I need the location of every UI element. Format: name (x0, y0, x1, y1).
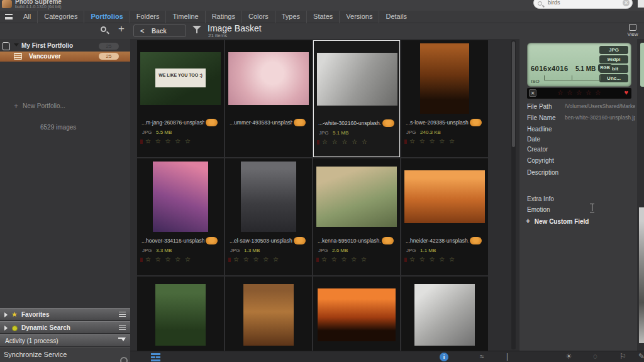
flag-icon[interactable]: ⚐ (619, 352, 626, 361)
tab-all[interactable]: All (17, 11, 37, 23)
field-emotion[interactable]: Emotion (527, 206, 550, 213)
expand-arrow-icon[interactable] (4, 326, 8, 331)
tab-portfolios[interactable]: Portfolios (84, 11, 129, 23)
thumbnail-image[interactable] (241, 162, 296, 232)
star-rating[interactable]: ☆ ☆ ☆ ☆ ☆ (557, 89, 602, 97)
sidebar-section-sync[interactable]: Synchronize Service (0, 348, 130, 362)
info-icon[interactable]: i (440, 353, 448, 361)
star-rating[interactable]: ☆ ☆ ☆ ☆ ☆ (225, 256, 312, 265)
status-badge-icon[interactable] (294, 119, 306, 126)
section-menu-icon[interactable] (119, 312, 126, 317)
count-badge: 25 (99, 53, 119, 60)
thumbnail-image[interactable] (316, 167, 397, 227)
star-rating[interactable]: ☆ ☆ ☆ ☆ ☆ (137, 138, 224, 146)
scrollbar-thumb[interactable] (512, 41, 515, 147)
thumbnail-image[interactable] (414, 284, 475, 346)
status-badge-icon[interactable] (294, 237, 306, 244)
thumbnail-image[interactable] (404, 170, 485, 223)
tab-versions[interactable]: Versions (339, 11, 379, 23)
add-portfolio-icon[interactable]: + (118, 23, 125, 35)
star-rating[interactable]: ☆ ☆ ☆ ☆ ☆ (401, 138, 488, 146)
pencil-icon[interactable]: ✎ (638, 352, 644, 361)
activity-download-icon[interactable] (118, 337, 125, 344)
tab-categories[interactable]: Categories (37, 11, 84, 23)
star-rating[interactable]: ☆ ☆ ☆ ☆ ☆ (401, 256, 488, 265)
tab-timeline[interactable]: Timeline (165, 11, 204, 23)
field-file-path[interactable]: File Path /Volumes/UsersShared/Marketing… (527, 103, 637, 113)
star-rating[interactable]: ☆ ☆ ☆ ☆ ☆ (137, 256, 224, 265)
new-custom-field-button[interactable]: + New Custom Field (526, 217, 589, 226)
grid-cell[interactable]: ...s-lowe-209385-unsplash.j... JPG 240.3… (401, 40, 488, 157)
sign-text: WE LIKE YOU TOO :) (155, 69, 206, 87)
favorite-heart-icon[interactable]: ♥ (624, 89, 628, 96)
new-portfolio-button[interactable]: + New Portfolio... (23, 102, 65, 109)
tab-ratings[interactable]: Ratings (205, 11, 242, 23)
status-badge-icon[interactable] (470, 237, 482, 244)
thumbnail-image[interactable] (153, 162, 208, 232)
filter-icon[interactable] (192, 26, 201, 34)
thumbnail-image[interactable] (155, 284, 206, 346)
field-date[interactable]: Date (527, 136, 637, 146)
grid-cell[interactable]: ...hoover-334116-unsplash.... JPG 3.3 MB… (137, 158, 224, 275)
grid-cell[interactable]: ...kenna-595010-unsplash.jpg JPG 2.6 MB … (313, 158, 400, 275)
expander-icon[interactable] (14, 43, 19, 47)
file-format: JPG (406, 248, 416, 253)
grid-cell[interactable]: WE LIKE YOU TOO :) ...m-jang-260876-unsp… (137, 40, 224, 157)
view-button[interactable]: View (625, 24, 641, 39)
filename-label: ...-white-302160-unsplash.jpg (318, 120, 381, 126)
close-icon[interactable]: ✕ (529, 89, 536, 97)
status-badge-icon[interactable] (206, 119, 218, 126)
global-search-input[interactable]: birds ✕ (533, 0, 633, 9)
back-button[interactable]: < Back (133, 25, 186, 37)
portfolio-root-item[interactable]: My First Portfolio 25 (0, 41, 130, 52)
tab-types[interactable]: Types (275, 11, 306, 23)
tab-folders[interactable]: Folders (130, 11, 166, 23)
search-adjacent-button[interactable] (638, 0, 644, 8)
vertical-scrollbar[interactable] (511, 40, 516, 349)
sidebar-section-dynamic-search[interactable]: Dynamic Search (0, 321, 130, 334)
tab-colors[interactable]: Colors (242, 11, 275, 23)
status-badge-icon[interactable] (382, 119, 394, 127)
clear-search-icon[interactable]: ✕ (623, 0, 630, 6)
grid-view-icon[interactable] (151, 353, 160, 361)
grid-cell[interactable]: ...el-saw-130503-unsplash.... JPG 1.3 MB… (225, 158, 312, 275)
grid-cell[interactable]: ...aman-286866-unsplash... (313, 277, 400, 351)
thumbnail-image[interactable]: WE LIKE YOU TOO :) (140, 52, 221, 105)
thumbnail-image[interactable] (420, 43, 469, 114)
field-copyright[interactable]: Copyright (527, 157, 637, 167)
status-badge-icon[interactable] (206, 237, 218, 244)
tab-details[interactable]: Details (379, 11, 413, 23)
file-size: 2.6 MB (332, 248, 348, 253)
grid-cell[interactable]: ...auren-587051-unsplash.j... (137, 277, 224, 351)
star-rating[interactable]: ☆ ☆ ☆ ☆ ☆ (314, 138, 401, 147)
thumbnail-image[interactable] (228, 52, 309, 105)
status-badge-icon[interactable] (382, 237, 394, 244)
effects-icon[interactable]: ☀ (565, 352, 572, 361)
portfolio-item-vancouver[interactable]: Vancouver 25 (0, 52, 130, 62)
thumbnail-image[interactable] (318, 288, 396, 341)
status-badge-icon[interactable] (470, 119, 482, 126)
menu-icon[interactable] (5, 14, 13, 19)
thumbnail-image[interactable] (317, 53, 397, 106)
grid-cell-selected[interactable]: ...-white-302160-unsplash.jpg JPG 5.1 MB… (313, 40, 400, 157)
grid-cell[interactable]: ...eller-449278-unsplash... (401, 277, 488, 351)
sidebar-section-favorites[interactable]: ★ Favorites (0, 308, 130, 321)
portfolio-search-icon[interactable] (101, 26, 109, 35)
field-file-name[interactable]: File Name ben-white-302160-unsplash.jpg (527, 114, 637, 124)
sidebar-section-activity[interactable]: Activity (1 process) (0, 334, 130, 347)
field-creator[interactable]: Creator (527, 146, 637, 156)
expand-arrow-icon[interactable] (4, 312, 8, 317)
star-rating[interactable]: ☆ ☆ ☆ ☆ ☆ (313, 256, 400, 265)
field-headline[interactable]: Headline (527, 126, 637, 136)
field-description[interactable]: Description (527, 169, 637, 179)
field-extra-info[interactable]: Extra Info (527, 195, 554, 202)
thumbnail-image[interactable] (243, 284, 294, 346)
grid-cell[interactable]: ...iah-falke-70406-unsplash... (225, 277, 312, 351)
portfolio-child-label: Vancouver (29, 53, 61, 60)
section-menu-icon[interactable] (119, 325, 126, 330)
tab-states[interactable]: States (306, 11, 339, 23)
grid-cell[interactable]: ...ummer-493583-unsplash.... (225, 40, 312, 157)
signature-tool-icon[interactable]: ≈ (480, 352, 484, 361)
grid-cell[interactable]: ...hneider-42238-unsplash.jpg JPG 1.1 MB… (401, 158, 488, 275)
lasso-icon[interactable]: ◌ (593, 352, 597, 361)
